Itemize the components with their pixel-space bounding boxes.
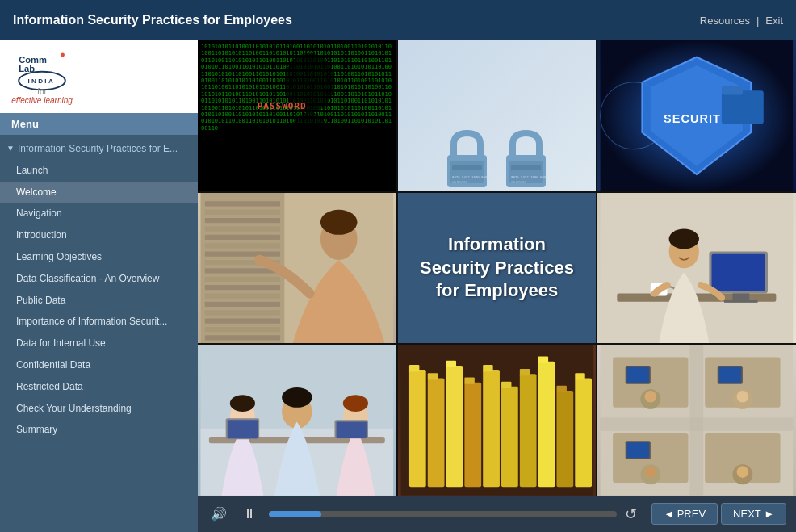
pause-button[interactable]: ⏸ [238,503,261,526]
sidebar-item-data-internal[interactable]: Data for Internal Use [0,333,198,354]
volume-button[interactable]: 🔊 [207,503,230,526]
sidebar-item-navigation[interactable]: Navigation [0,203,198,224]
filing-cabinet-svg [198,193,396,344]
svg-rect-15 [511,165,541,170]
image-grid: 1010101011010011010101011010011010101011… [198,40,796,496]
svg-rect-37 [205,301,280,306]
folders-svg [398,345,597,496]
svg-rect-48 [733,293,750,300]
sidebar-item-introduction[interactable]: Introduction [0,224,198,246]
svg-rect-14 [509,161,543,183]
svg-text:INA MEMBER: INA MEMBER [511,181,527,184]
menu-button[interactable]: Menu [0,113,198,135]
svg-text:SECURITY: SECURITY [664,112,730,125]
locks-container: 9876 5432 1000 0000 INA MEMBER 9876 5432… [398,40,597,191]
course-title: Information Security Practices for Emplo… [13,13,292,27]
grid-cell-overlay: Information Security Practices for Emplo… [398,193,597,344]
overlay-main-title: Information Security Practices for Emplo… [398,217,597,319]
svg-point-61 [343,396,368,413]
svg-rect-93 [627,367,649,383]
svg-text:Comm: Comm [19,55,47,65]
office-person-svg [597,193,796,344]
content-area: 1010101011010011010101011010011010101011… [198,40,796,532]
svg-point-43 [320,209,358,234]
svg-rect-38 [205,310,280,315]
prev-button[interactable]: ◄ PREV [651,503,718,525]
sidebar-item-check-understanding[interactable]: Check Your Understanding [0,398,198,420]
grid-cell-cards: 9876 5432 1000 0000 INA MEMBER 9876 5432… [398,40,597,191]
nav-items-list: LaunchWelcomeNavigationIntroductionLearn… [0,160,198,441]
sidebar-item-welcome[interactable]: Welcome [0,182,198,203]
overhead-office-svg [597,345,796,496]
bottom-controls: 🔊 ⏸ ↺ ◄ PREV NEXT ► [198,496,796,532]
grid-cell-office [597,193,796,344]
svg-rect-63 [228,421,258,439]
password-text: PASSWORD [258,101,307,111]
grid-cell-overhead [597,345,796,496]
sidebar-item-course-parent[interactable]: ▼ Information Security Practices for E..… [0,138,198,160]
svg-rect-28 [205,226,280,231]
lock-icon-1: 9876 5432 1000 0000 INA MEMBER [441,127,493,191]
svg-rect-76 [575,379,592,488]
svg-point-59 [282,387,312,408]
svg-rect-84 [538,357,547,363]
svg-rect-70 [464,383,481,488]
svg-rect-47 [712,253,765,291]
svg-rect-31 [205,251,280,256]
svg-rect-36 [205,293,280,298]
svg-text:INA MEMBER: INA MEMBER [452,181,468,184]
grid-cell-team [198,345,396,496]
sidebar-parent-label: Information Security Practices for E... [18,142,178,156]
main-layout: Comm Lab INDIA for effective learning Me… [0,40,796,532]
svg-rect-67 [409,370,426,487]
svg-rect-26 [205,209,280,214]
progress-bar[interactable] [269,511,617,517]
svg-rect-72 [501,387,518,487]
sidebar-item-confidential[interactable]: Confidential Data [0,354,198,376]
navigation-buttons: ◄ PREV NEXT ► [651,503,786,525]
svg-rect-81 [483,365,492,371]
svg-rect-97 [627,443,649,459]
svg-point-57 [230,396,255,413]
sidebar: Comm Lab INDIA for effective learning Me… [0,40,198,532]
sidebar-item-importance[interactable]: Importance of Information Securit... [0,311,198,333]
shield-scene-svg: SECURITY [597,40,796,191]
sidebar-item-public-data[interactable]: Public Data [0,290,198,312]
refresh-button[interactable]: ↺ [625,505,637,523]
pipe-divider: | [756,15,759,27]
svg-rect-77 [409,365,419,371]
sidebar-item-data-classification[interactable]: Data Classification - An Overview [0,268,198,290]
svg-rect-41 [205,335,280,340]
svg-point-52 [669,228,699,249]
svg-rect-40 [205,327,280,332]
svg-rect-29 [205,235,280,240]
sidebar-item-learning-objectives[interactable]: Learning Objectives [0,246,198,268]
progress-bar-fill [269,511,321,517]
exit-link[interactable]: Exit [765,15,783,27]
top-actions: Resources | Exit [700,15,783,27]
svg-point-2 [61,53,65,57]
sidebar-item-summary[interactable]: Summary [0,419,198,441]
resources-link[interactable]: Resources [700,15,750,27]
svg-rect-85 [556,386,566,392]
svg-text:9876 5432 1000 0000: 9876 5432 1000 0000 [452,175,489,179]
svg-rect-83 [519,369,529,375]
svg-rect-65 [337,422,367,438]
hacker-silhouette-svg [198,40,396,191]
next-button[interactable]: NEXT ► [721,503,786,525]
svg-rect-86 [575,374,584,380]
sidebar-item-launch[interactable]: Launch [0,160,198,182]
svg-rect-71 [483,370,500,487]
svg-rect-75 [556,391,573,487]
svg-rect-25 [205,201,280,206]
svg-point-105 [737,467,749,479]
svg-rect-74 [538,362,555,488]
expand-arrow-icon: ▼ [6,143,15,154]
svg-rect-9 [452,165,482,170]
svg-rect-68 [427,379,444,488]
svg-rect-27 [205,218,280,223]
sidebar-item-restricted[interactable]: Restricted Data [0,376,198,398]
svg-rect-21 [722,86,743,94]
logo-for: for [37,87,47,96]
svg-point-102 [645,391,657,403]
